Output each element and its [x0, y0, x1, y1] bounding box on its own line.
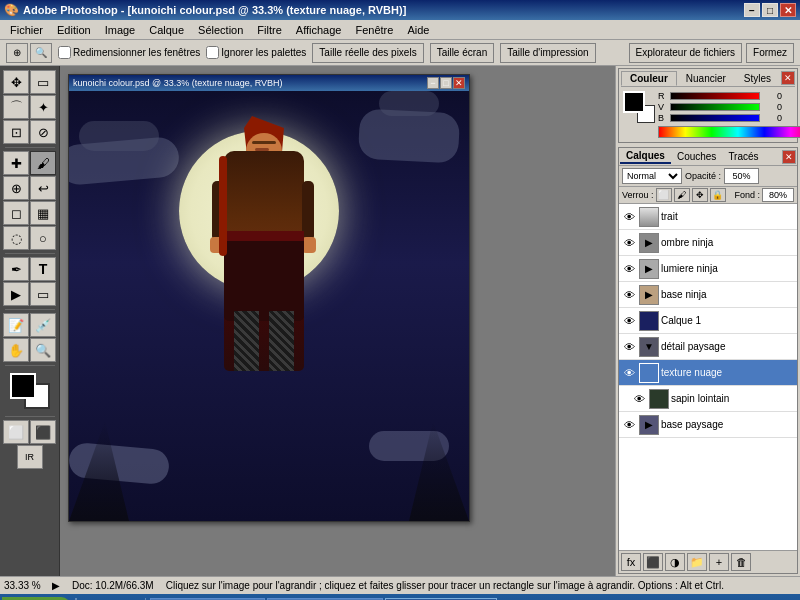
tab-calques[interactable]: Calques	[620, 149, 671, 164]
notes-tool[interactable]: 📝	[3, 313, 29, 337]
zoom-in-button[interactable]: 🔍	[30, 43, 52, 63]
new-layer-button[interactable]: +	[709, 553, 729, 571]
char-right-boot	[269, 311, 294, 371]
tab-nuancier[interactable]: Nuancier	[677, 71, 735, 86]
layer-eye-detail[interactable]: 👁	[621, 339, 637, 355]
menu-affichage[interactable]: Affichage	[290, 22, 348, 38]
red-slider[interactable]	[670, 92, 760, 100]
canvas-close[interactable]: ✕	[453, 77, 465, 89]
zoom-tool[interactable]: 🔍	[30, 338, 56, 362]
layer-eye-base-ninja[interactable]: 👁	[621, 287, 637, 303]
blend-mode-select[interactable]: Normal Multiply	[622, 168, 682, 184]
layer-base-paysage[interactable]: 👁 ▶ base paysage	[619, 412, 797, 438]
add-mask-button[interactable]: ⬛	[643, 553, 663, 571]
lock-pixels-btn[interactable]: 🖌	[674, 188, 690, 202]
menu-edition[interactable]: Edition	[51, 22, 97, 38]
fit-screen-button[interactable]: Taille écran	[430, 43, 495, 63]
layer-eye-texture[interactable]: 👁	[621, 365, 637, 381]
menu-selection[interactable]: Sélection	[192, 22, 249, 38]
opacity-input[interactable]: 50%	[724, 168, 759, 184]
ignore-palettes-checkbox[interactable]: Ignorer les palettes	[206, 46, 306, 59]
foreground-color[interactable]	[10, 373, 36, 399]
minimize-button[interactable]: −	[744, 3, 760, 17]
color-spectrum[interactable]	[658, 126, 800, 138]
jump-to-ir-button[interactable]: IR	[17, 445, 43, 469]
adjustment-layer-button[interactable]: ◑	[665, 553, 685, 571]
tab-traces[interactable]: Tracés	[722, 150, 764, 163]
resize-windows-checkbox[interactable]: Redimensionner les fenêtres	[58, 46, 200, 59]
actual-pixels-button[interactable]: Taille réelle des pixels	[312, 43, 423, 63]
layer-trait[interactable]: 👁 trait	[619, 204, 797, 230]
menu-fichier[interactable]: Fichier	[4, 22, 49, 38]
maximize-button[interactable]: □	[762, 3, 778, 17]
crop-tool[interactable]: ⊡	[3, 120, 29, 144]
screen-mode-2[interactable]: ⬛	[30, 420, 56, 444]
marquee-tool[interactable]: ▭	[30, 70, 56, 94]
dodge-tool[interactable]: ○	[30, 226, 56, 250]
layer-sapin-lointain[interactable]: 👁 sapin lointain	[619, 386, 797, 412]
layer-eye-base-paysage[interactable]: 👁	[621, 417, 637, 433]
layers-panel-close[interactable]: ✕	[782, 150, 796, 164]
screen-mode-1[interactable]: ⬜	[3, 420, 29, 444]
layer-detail-paysage[interactable]: 👁 ▼ détail paysage	[619, 334, 797, 360]
lock-all-btn[interactable]: 🔒	[710, 188, 726, 202]
hand-tool[interactable]: ✋	[3, 338, 29, 362]
menu-fenetre[interactable]: Fenêtre	[349, 22, 399, 38]
layer-name-ombre: ombre ninja	[661, 237, 795, 248]
color-swatches	[623, 91, 655, 123]
layer-texture-nuage[interactable]: 👁 texture nuage	[619, 360, 797, 386]
add-style-button[interactable]: fx	[621, 553, 641, 571]
path-selection-tool[interactable]: ▶	[3, 282, 29, 306]
print-size-button[interactable]: Taille d'impression	[500, 43, 595, 63]
layer-eye-calque1[interactable]: 👁	[621, 313, 637, 329]
layer-base-ninja[interactable]: 👁 ▶ base ninja	[619, 282, 797, 308]
canvas-minimize[interactable]: −	[427, 77, 439, 89]
history-brush-tool[interactable]: ↩	[30, 176, 56, 200]
eyedropper-tool[interactable]: 💉	[30, 313, 56, 337]
foreground-swatch[interactable]	[623, 91, 645, 113]
fill-label: Fond :	[734, 190, 760, 200]
fill-input[interactable]	[762, 188, 794, 202]
layer-lumiere-ninja[interactable]: 👁 ▶ lumiere ninja	[619, 256, 797, 282]
gradient-tool[interactable]: ▦	[30, 201, 56, 225]
layer-eye-trait[interactable]: 👁	[621, 209, 637, 225]
formez-button[interactable]: Formez	[746, 43, 794, 63]
slice-tool[interactable]: ⊘	[30, 120, 56, 144]
layer-eye-ombre[interactable]: 👁	[621, 235, 637, 251]
color-panel-close[interactable]: ✕	[781, 71, 795, 85]
layer-eye-lumiere[interactable]: 👁	[621, 261, 637, 277]
lasso-tool[interactable]: ⌒	[3, 95, 29, 119]
menu-aide[interactable]: Aide	[401, 22, 435, 38]
canvas-content[interactable]	[69, 91, 469, 521]
magic-wand-tool[interactable]: ✦	[30, 95, 56, 119]
menu-image[interactable]: Image	[99, 22, 142, 38]
file-browser-button[interactable]: Explorateur de fichiers	[629, 43, 743, 63]
menu-calque[interactable]: Calque	[143, 22, 190, 38]
text-tool[interactable]: T	[30, 257, 56, 281]
zoom-fit-button[interactable]: ⊕	[6, 43, 28, 63]
tab-couleur[interactable]: Couleur	[621, 71, 677, 86]
new-group-button[interactable]: 📁	[687, 553, 707, 571]
stamp-tool[interactable]: ⊕	[3, 176, 29, 200]
tool-separator-5	[5, 416, 55, 417]
tab-styles[interactable]: Styles	[735, 71, 780, 86]
blur-tool[interactable]: ◌	[3, 226, 29, 250]
move-tool[interactable]: ✥	[3, 70, 29, 94]
heal-tool[interactable]: ✚	[3, 151, 29, 175]
close-button[interactable]: ✕	[780, 3, 796, 17]
blue-slider[interactable]	[670, 114, 760, 122]
layer-eye-sapin[interactable]: 👁	[631, 391, 647, 407]
lock-transparent-btn[interactable]: ⬜	[656, 188, 672, 202]
layer-calque1[interactable]: 👁 Calque 1	[619, 308, 797, 334]
tab-couches[interactable]: Couches	[671, 150, 722, 163]
brush-tool[interactable]: 🖌	[30, 151, 56, 175]
pen-tool[interactable]: ✒	[3, 257, 29, 281]
shape-tool[interactable]: ▭	[30, 282, 56, 306]
lock-position-btn[interactable]: ✥	[692, 188, 708, 202]
menu-filtre[interactable]: Filtre	[251, 22, 287, 38]
layer-ombre-ninja[interactable]: 👁 ▶ ombre ninja	[619, 230, 797, 256]
eraser-tool[interactable]: ◻	[3, 201, 29, 225]
canvas-maximize[interactable]: □	[440, 77, 452, 89]
delete-layer-button[interactable]: 🗑	[731, 553, 751, 571]
green-slider[interactable]	[670, 103, 760, 111]
